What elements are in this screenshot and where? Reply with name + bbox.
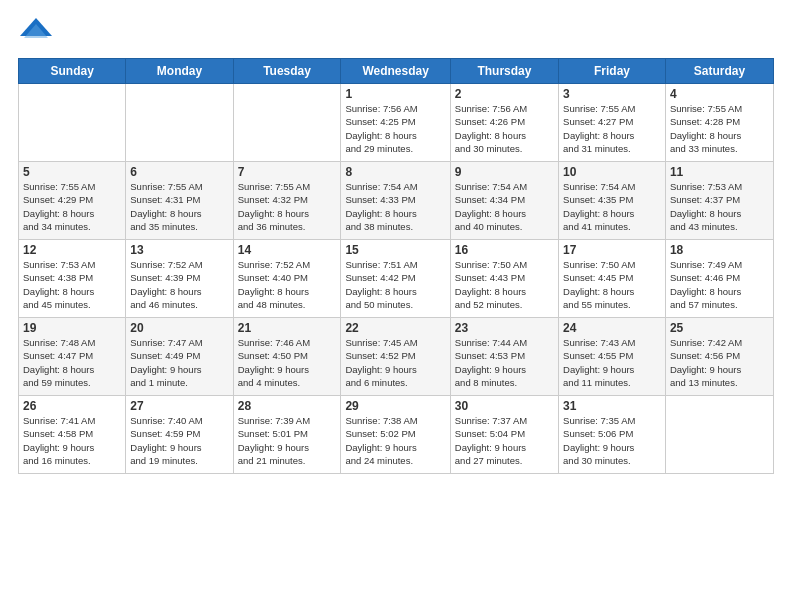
calendar-cell: 1Sunrise: 7:56 AM Sunset: 4:25 PM Daylig… bbox=[341, 84, 450, 162]
day-number: 23 bbox=[455, 321, 554, 335]
day-info: Sunrise: 7:55 AM Sunset: 4:32 PM Dayligh… bbox=[238, 180, 337, 233]
calendar-header-row: SundayMondayTuesdayWednesdayThursdayFrid… bbox=[19, 59, 774, 84]
day-info: Sunrise: 7:52 AM Sunset: 4:40 PM Dayligh… bbox=[238, 258, 337, 311]
day-info: Sunrise: 7:40 AM Sunset: 4:59 PM Dayligh… bbox=[130, 414, 228, 467]
calendar-week-1: 1Sunrise: 7:56 AM Sunset: 4:25 PM Daylig… bbox=[19, 84, 774, 162]
day-info: Sunrise: 7:49 AM Sunset: 4:46 PM Dayligh… bbox=[670, 258, 769, 311]
day-number: 18 bbox=[670, 243, 769, 257]
day-info: Sunrise: 7:55 AM Sunset: 4:31 PM Dayligh… bbox=[130, 180, 228, 233]
calendar-cell: 7Sunrise: 7:55 AM Sunset: 4:32 PM Daylig… bbox=[233, 162, 341, 240]
day-header-sunday: Sunday bbox=[19, 59, 126, 84]
day-header-monday: Monday bbox=[126, 59, 233, 84]
calendar-cell: 3Sunrise: 7:55 AM Sunset: 4:27 PM Daylig… bbox=[559, 84, 666, 162]
day-info: Sunrise: 7:37 AM Sunset: 5:04 PM Dayligh… bbox=[455, 414, 554, 467]
day-number: 2 bbox=[455, 87, 554, 101]
day-info: Sunrise: 7:53 AM Sunset: 4:38 PM Dayligh… bbox=[23, 258, 121, 311]
day-info: Sunrise: 7:55 AM Sunset: 4:29 PM Dayligh… bbox=[23, 180, 121, 233]
day-info: Sunrise: 7:46 AM Sunset: 4:50 PM Dayligh… bbox=[238, 336, 337, 389]
calendar-cell: 13Sunrise: 7:52 AM Sunset: 4:39 PM Dayli… bbox=[126, 240, 233, 318]
day-number: 9 bbox=[455, 165, 554, 179]
day-number: 3 bbox=[563, 87, 661, 101]
day-number: 22 bbox=[345, 321, 445, 335]
day-number: 19 bbox=[23, 321, 121, 335]
calendar-cell: 4Sunrise: 7:55 AM Sunset: 4:28 PM Daylig… bbox=[665, 84, 773, 162]
calendar-week-2: 5Sunrise: 7:55 AM Sunset: 4:29 PM Daylig… bbox=[19, 162, 774, 240]
day-info: Sunrise: 7:48 AM Sunset: 4:47 PM Dayligh… bbox=[23, 336, 121, 389]
calendar-cell: 17Sunrise: 7:50 AM Sunset: 4:45 PM Dayli… bbox=[559, 240, 666, 318]
calendar-cell: 22Sunrise: 7:45 AM Sunset: 4:52 PM Dayli… bbox=[341, 318, 450, 396]
day-number: 15 bbox=[345, 243, 445, 257]
calendar-cell: 10Sunrise: 7:54 AM Sunset: 4:35 PM Dayli… bbox=[559, 162, 666, 240]
day-info: Sunrise: 7:42 AM Sunset: 4:56 PM Dayligh… bbox=[670, 336, 769, 389]
calendar-cell: 18Sunrise: 7:49 AM Sunset: 4:46 PM Dayli… bbox=[665, 240, 773, 318]
calendar-cell: 2Sunrise: 7:56 AM Sunset: 4:26 PM Daylig… bbox=[450, 84, 558, 162]
calendar-cell: 14Sunrise: 7:52 AM Sunset: 4:40 PM Dayli… bbox=[233, 240, 341, 318]
day-number: 6 bbox=[130, 165, 228, 179]
calendar-cell: 24Sunrise: 7:43 AM Sunset: 4:55 PM Dayli… bbox=[559, 318, 666, 396]
day-info: Sunrise: 7:55 AM Sunset: 4:27 PM Dayligh… bbox=[563, 102, 661, 155]
day-info: Sunrise: 7:56 AM Sunset: 4:26 PM Dayligh… bbox=[455, 102, 554, 155]
calendar: SundayMondayTuesdayWednesdayThursdayFrid… bbox=[18, 58, 774, 474]
calendar-cell bbox=[233, 84, 341, 162]
day-number: 1 bbox=[345, 87, 445, 101]
calendar-cell bbox=[19, 84, 126, 162]
calendar-cell: 8Sunrise: 7:54 AM Sunset: 4:33 PM Daylig… bbox=[341, 162, 450, 240]
day-info: Sunrise: 7:51 AM Sunset: 4:42 PM Dayligh… bbox=[345, 258, 445, 311]
calendar-cell: 28Sunrise: 7:39 AM Sunset: 5:01 PM Dayli… bbox=[233, 396, 341, 474]
day-info: Sunrise: 7:50 AM Sunset: 4:45 PM Dayligh… bbox=[563, 258, 661, 311]
day-number: 30 bbox=[455, 399, 554, 413]
day-number: 16 bbox=[455, 243, 554, 257]
calendar-cell: 26Sunrise: 7:41 AM Sunset: 4:58 PM Dayli… bbox=[19, 396, 126, 474]
header bbox=[18, 16, 774, 48]
calendar-cell: 16Sunrise: 7:50 AM Sunset: 4:43 PM Dayli… bbox=[450, 240, 558, 318]
day-info: Sunrise: 7:41 AM Sunset: 4:58 PM Dayligh… bbox=[23, 414, 121, 467]
page: SundayMondayTuesdayWednesdayThursdayFrid… bbox=[0, 0, 792, 612]
logo bbox=[18, 16, 58, 48]
calendar-cell: 30Sunrise: 7:37 AM Sunset: 5:04 PM Dayli… bbox=[450, 396, 558, 474]
day-info: Sunrise: 7:39 AM Sunset: 5:01 PM Dayligh… bbox=[238, 414, 337, 467]
day-header-wednesday: Wednesday bbox=[341, 59, 450, 84]
calendar-cell: 6Sunrise: 7:55 AM Sunset: 4:31 PM Daylig… bbox=[126, 162, 233, 240]
day-number: 21 bbox=[238, 321, 337, 335]
day-number: 4 bbox=[670, 87, 769, 101]
day-info: Sunrise: 7:43 AM Sunset: 4:55 PM Dayligh… bbox=[563, 336, 661, 389]
day-info: Sunrise: 7:54 AM Sunset: 4:34 PM Dayligh… bbox=[455, 180, 554, 233]
calendar-cell: 11Sunrise: 7:53 AM Sunset: 4:37 PM Dayli… bbox=[665, 162, 773, 240]
calendar-week-3: 12Sunrise: 7:53 AM Sunset: 4:38 PM Dayli… bbox=[19, 240, 774, 318]
day-number: 20 bbox=[130, 321, 228, 335]
day-number: 14 bbox=[238, 243, 337, 257]
day-header-tuesday: Tuesday bbox=[233, 59, 341, 84]
day-number: 26 bbox=[23, 399, 121, 413]
day-info: Sunrise: 7:55 AM Sunset: 4:28 PM Dayligh… bbox=[670, 102, 769, 155]
day-info: Sunrise: 7:45 AM Sunset: 4:52 PM Dayligh… bbox=[345, 336, 445, 389]
day-number: 10 bbox=[563, 165, 661, 179]
day-info: Sunrise: 7:54 AM Sunset: 4:33 PM Dayligh… bbox=[345, 180, 445, 233]
day-number: 29 bbox=[345, 399, 445, 413]
day-info: Sunrise: 7:38 AM Sunset: 5:02 PM Dayligh… bbox=[345, 414, 445, 467]
calendar-week-4: 19Sunrise: 7:48 AM Sunset: 4:47 PM Dayli… bbox=[19, 318, 774, 396]
day-info: Sunrise: 7:52 AM Sunset: 4:39 PM Dayligh… bbox=[130, 258, 228, 311]
day-info: Sunrise: 7:35 AM Sunset: 5:06 PM Dayligh… bbox=[563, 414, 661, 467]
logo-icon bbox=[18, 16, 54, 48]
calendar-cell: 12Sunrise: 7:53 AM Sunset: 4:38 PM Dayli… bbox=[19, 240, 126, 318]
day-number: 25 bbox=[670, 321, 769, 335]
day-number: 7 bbox=[238, 165, 337, 179]
calendar-cell bbox=[126, 84, 233, 162]
calendar-cell: 15Sunrise: 7:51 AM Sunset: 4:42 PM Dayli… bbox=[341, 240, 450, 318]
day-header-thursday: Thursday bbox=[450, 59, 558, 84]
day-number: 5 bbox=[23, 165, 121, 179]
calendar-cell: 20Sunrise: 7:47 AM Sunset: 4:49 PM Dayli… bbox=[126, 318, 233, 396]
day-info: Sunrise: 7:47 AM Sunset: 4:49 PM Dayligh… bbox=[130, 336, 228, 389]
day-number: 31 bbox=[563, 399, 661, 413]
day-info: Sunrise: 7:53 AM Sunset: 4:37 PM Dayligh… bbox=[670, 180, 769, 233]
calendar-cell: 21Sunrise: 7:46 AM Sunset: 4:50 PM Dayli… bbox=[233, 318, 341, 396]
day-number: 12 bbox=[23, 243, 121, 257]
calendar-cell: 23Sunrise: 7:44 AM Sunset: 4:53 PM Dayli… bbox=[450, 318, 558, 396]
day-number: 13 bbox=[130, 243, 228, 257]
day-number: 27 bbox=[130, 399, 228, 413]
day-info: Sunrise: 7:44 AM Sunset: 4:53 PM Dayligh… bbox=[455, 336, 554, 389]
calendar-cell: 5Sunrise: 7:55 AM Sunset: 4:29 PM Daylig… bbox=[19, 162, 126, 240]
calendar-cell: 25Sunrise: 7:42 AM Sunset: 4:56 PM Dayli… bbox=[665, 318, 773, 396]
calendar-cell: 27Sunrise: 7:40 AM Sunset: 4:59 PM Dayli… bbox=[126, 396, 233, 474]
calendar-week-5: 26Sunrise: 7:41 AM Sunset: 4:58 PM Dayli… bbox=[19, 396, 774, 474]
